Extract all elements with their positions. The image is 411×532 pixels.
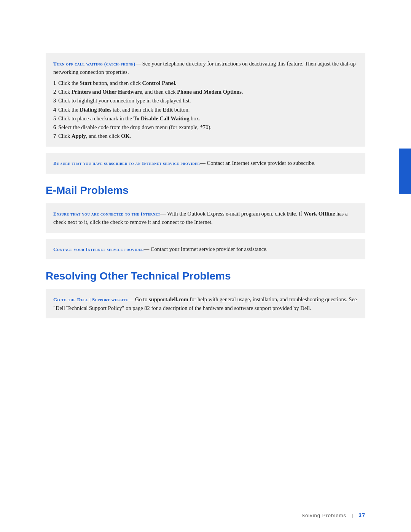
step-5: 5 Click to place a checkmark in the To D…: [53, 114, 358, 123]
dell-support-box: Go to the Dell | Support website— Go to …: [46, 289, 365, 318]
step-2: 2 Click Printers and Other Hardware, and…: [53, 88, 358, 96]
contact-isp-dash: —: [144, 246, 150, 252]
page-footer: Solving Problems | 37: [301, 512, 365, 518]
call-waiting-text: Turn off call waiting (catch-phone)— See…: [53, 59, 358, 77]
step-3: 3 Click to highlight your connection typ…: [53, 96, 358, 105]
blue-tab: [399, 149, 411, 194]
call-waiting-title: Turn off call waiting (catch-phone): [53, 61, 135, 67]
ensure-connected-text: Ensure that you are connected to the Int…: [53, 209, 358, 227]
call-waiting-dash: —: [135, 61, 141, 67]
step-6: 6 Select the disable code from the drop …: [53, 123, 358, 132]
ensure-connected-title: Ensure that you are connected to the Int…: [53, 211, 160, 217]
email-problems-heading: E-Mail Problems: [46, 184, 365, 197]
page-container: Turn off call waiting (catch-phone)— See…: [0, 0, 411, 532]
dell-support-text: Go to the Dell | Support website— Go to …: [53, 295, 358, 312]
ensure-connected-dash: —: [160, 211, 166, 217]
step-7: 7 Click Apply, and then click OK.: [53, 132, 358, 141]
page-number: 37: [358, 512, 365, 518]
footer-separator: |: [352, 513, 353, 518]
ensure-connected-box: Ensure that you are connected to the Int…: [46, 203, 365, 233]
resolving-heading: Resolving Other Technical Problems: [46, 270, 365, 282]
contact-isp-box: Contact your Internet service provider— …: [46, 239, 365, 259]
contact-isp-title: Contact your Internet service provider: [53, 246, 144, 252]
step-4: 4 Click the Dialing Rules tab, and then …: [53, 105, 358, 114]
isp-subscription-dash: —: [200, 160, 206, 166]
footer-label: Solving Problems: [301, 513, 346, 518]
isp-subscription-box: Be sure that you have subscribed to an I…: [46, 153, 365, 173]
steps-list: 1 Click the Start button, and then click…: [53, 79, 358, 141]
step-1: 1 Click the Start button, and then click…: [53, 79, 358, 88]
contact-isp-text: Contact your Internet service provider— …: [53, 245, 358, 253]
dell-support-dash: —: [128, 296, 134, 302]
dell-support-title: Go to the Dell | Support website: [53, 297, 128, 302]
call-waiting-box: Turn off call waiting (catch-phone)— See…: [46, 53, 365, 147]
content-area: Turn off call waiting (catch-phone)— See…: [46, 53, 365, 502]
isp-subscription-text: Be sure that you have subscribed to an I…: [53, 159, 358, 167]
isp-subscription-title: Be sure that you have subscribed to an I…: [53, 160, 200, 166]
